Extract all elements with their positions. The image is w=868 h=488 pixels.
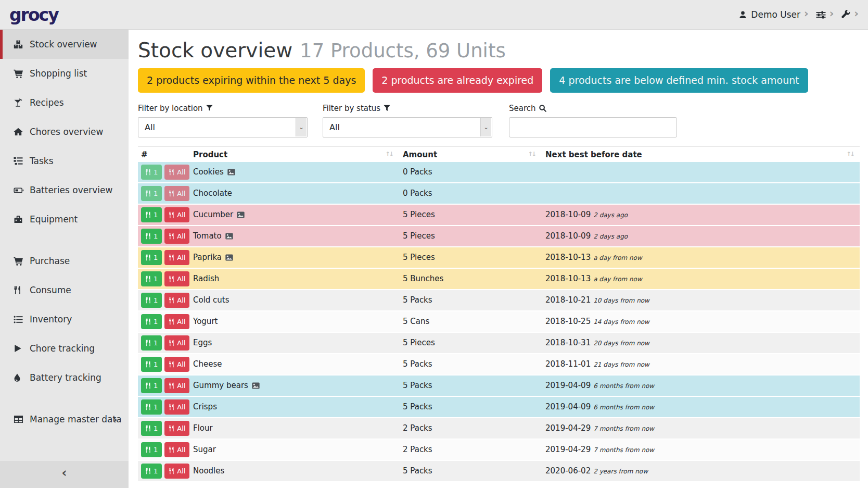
consume-all-label: All <box>177 254 185 261</box>
sidebar-item-purchase[interactable]: Purchase <box>0 246 129 276</box>
utensils-icon <box>169 340 175 346</box>
settings-menu[interactable]: › <box>816 8 834 21</box>
sidebar-item-inventory[interactable]: Inventory <box>0 305 129 334</box>
sort-icon[interactable]: ↑↓ <box>385 151 392 158</box>
consume-one-button[interactable]: 1 <box>141 314 162 329</box>
utensils-icon <box>145 190 151 197</box>
consume-one-button[interactable]: 1 <box>141 165 162 180</box>
column-header-product[interactable]: Product↑↓ <box>193 150 399 159</box>
date-relative: 6 months from now <box>593 382 654 390</box>
sidebar-item-label: Recipes <box>30 97 64 108</box>
sidebar-item-chore-tracking[interactable]: Chore tracking <box>0 334 129 363</box>
consume-one-button[interactable]: 1 <box>141 271 162 286</box>
topbar-menus: Demo User › › › <box>738 8 859 21</box>
consume-one-button[interactable]: 1 <box>141 442 162 457</box>
product-name[interactable]: Noodles <box>193 466 399 476</box>
consume-one-button[interactable]: 1 <box>141 207 162 222</box>
consume-all-button[interactable]: All <box>164 250 189 265</box>
consume-all-label: All <box>177 296 185 304</box>
table-row: 1AllCrisps5 Packs2019-04-096 months from… <box>138 397 860 418</box>
product-name[interactable]: Crisps <box>193 402 399 411</box>
sidebar-item-label: Purchase <box>30 256 70 266</box>
below-min-stock-alert-button[interactable]: 4 products are below defined min. stock … <box>550 68 808 93</box>
product-name[interactable]: Tomato <box>193 231 399 241</box>
consume-all-button[interactable]: All <box>164 357 189 372</box>
sidebar-item-batteries-overview[interactable]: Batteries overview <box>0 176 129 205</box>
consume-all-button[interactable]: All <box>164 186 189 201</box>
collapse-sidebar-button[interactable]: ‹ <box>0 461 129 488</box>
consume-all-button[interactable]: All <box>164 293 189 308</box>
consume-all-button[interactable]: All <box>164 271 189 286</box>
app-logo[interactable]: grocy <box>9 6 58 23</box>
consume-one-button[interactable]: 1 <box>141 335 162 351</box>
consume-one-button[interactable]: 1 <box>141 293 162 308</box>
user-menu[interactable]: Demo User › <box>738 8 808 21</box>
consume-all-button[interactable]: All <box>164 464 189 479</box>
product-name[interactable]: Gummy bears <box>193 381 399 390</box>
product-name[interactable]: Eggs <box>193 338 399 347</box>
utensils-icon <box>169 233 175 240</box>
location-filter-label: Filter by location <box>138 103 308 114</box>
sidebar-item-stock-overview[interactable]: Stock overview <box>0 30 129 59</box>
product-name-text: Cookies <box>193 167 224 177</box>
sidebar-item-equipment[interactable]: Equipment <box>0 205 129 234</box>
consume-one-button[interactable]: 1 <box>141 229 162 244</box>
chevron-right-icon: › <box>854 8 859 21</box>
sidebar-item-battery-tracking[interactable]: Battery tracking <box>0 363 129 392</box>
picture-icon <box>225 233 233 240</box>
row-actions: 1All <box>138 421 193 436</box>
product-name[interactable]: Sugar <box>193 445 399 454</box>
consume-all-button[interactable]: All <box>164 314 189 329</box>
consume-all-button[interactable]: All <box>164 378 189 393</box>
consume-all-button[interactable]: All <box>164 165 189 180</box>
utensils-icon <box>169 318 175 325</box>
consume-one-button[interactable]: 1 <box>141 357 162 372</box>
expiring-alert-button[interactable]: 2 products expiring within the next 5 da… <box>138 68 365 93</box>
product-name[interactable]: Paprika <box>193 253 399 262</box>
consume-all-button[interactable]: All <box>164 335 189 351</box>
product-name[interactable]: Radish <box>193 274 399 283</box>
product-name[interactable]: Cheese <box>193 359 399 369</box>
utensils-icon <box>145 169 151 176</box>
consume-all-button[interactable]: All <box>164 399 189 415</box>
status-filter-select[interactable]: All ⌄ <box>323 117 492 137</box>
product-name[interactable]: Cucumber <box>193 210 399 219</box>
sidebar-item-manage-master-data[interactable]: Manage master data› <box>0 405 129 434</box>
consume-one-button[interactable]: 1 <box>141 421 162 436</box>
table-row: 1AllRadish5 Bunches2018-10-13a day from … <box>138 269 860 290</box>
consume-all-button[interactable]: All <box>164 229 189 244</box>
sort-icon[interactable]: ↑↓ <box>846 151 853 158</box>
product-name[interactable]: Cold cuts <box>193 295 399 305</box>
sidebar-item-consume[interactable]: Consume <box>0 276 129 305</box>
amount-value: 5 Packs <box>399 402 541 411</box>
search-icon <box>539 105 546 112</box>
sidebar-item-chores-overview[interactable]: Chores overview <box>0 117 129 146</box>
sidebar-item-recipes[interactable]: Recipes <box>0 88 129 117</box>
search-input[interactable] <box>509 117 677 137</box>
sort-icon[interactable]: ↑↓ <box>528 151 535 158</box>
product-name[interactable]: Cookies <box>193 167 399 177</box>
consume-all-label: All <box>177 467 185 475</box>
column-header-next-best-before-date[interactable]: Next best before date↑↓ <box>541 150 860 159</box>
consume-all-button[interactable]: All <box>164 207 189 222</box>
consume-one-button[interactable]: 1 <box>141 250 162 265</box>
consume-all-button[interactable]: All <box>164 421 189 436</box>
best-before-date: 2018-10-092 days ago <box>541 210 860 219</box>
consume-one-button[interactable]: 1 <box>141 186 162 201</box>
product-name[interactable]: Flour <box>193 423 399 433</box>
expired-alert-button[interactable]: 2 products are already expired <box>373 68 542 93</box>
consume-one-button[interactable]: 1 <box>141 378 162 393</box>
admin-menu[interactable]: › <box>841 8 859 21</box>
sidebar-item-shopping-list[interactable]: Shopping list <box>0 59 129 88</box>
consume-one-button[interactable]: 1 <box>141 399 162 415</box>
row-actions: 1All <box>138 335 193 351</box>
location-filter-select[interactable]: All ⌄ <box>138 117 308 137</box>
column-header-amount[interactable]: Amount↑↓ <box>399 150 541 159</box>
sidebar-item-tasks[interactable]: Tasks <box>0 146 129 176</box>
utensils-icon <box>145 254 151 261</box>
page-subtitle: 17 Products, 69 Units <box>300 40 506 62</box>
product-name[interactable]: Yogurt <box>193 317 399 326</box>
consume-one-button[interactable]: 1 <box>141 464 162 479</box>
consume-all-button[interactable]: All <box>164 442 189 457</box>
product-name[interactable]: Chocolate <box>193 189 399 198</box>
